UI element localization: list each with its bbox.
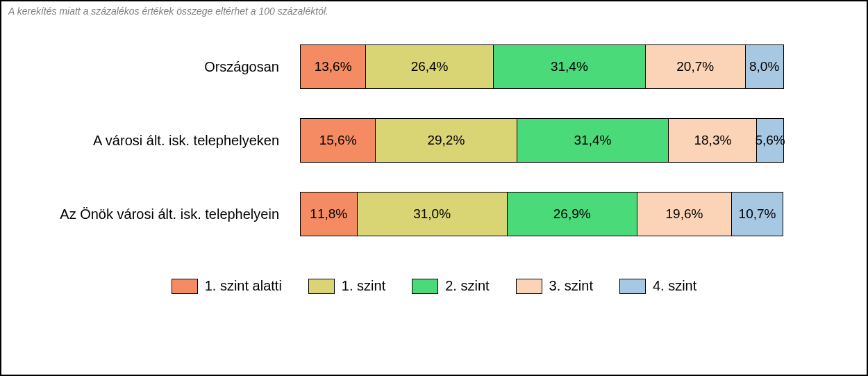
- legend-label: 3. szint: [549, 278, 593, 294]
- legend-item: 4. szint: [619, 278, 696, 294]
- bar-segment: 26,9%: [507, 192, 637, 236]
- bar-segment: 5,6%: [756, 118, 783, 163]
- bar-segment: 31,4%: [493, 44, 646, 89]
- legend-label: 1. szint: [342, 278, 385, 294]
- legend-swatch: [308, 279, 335, 294]
- bar-segment: 8,0%: [745, 44, 784, 89]
- bar-segment: 31,0%: [357, 192, 508, 236]
- bar-segment: 31,4%: [517, 118, 669, 163]
- bar-row: Országosan 13,6% 26,4% 31,4% 20,7% 8,0%: [8, 44, 860, 89]
- bar-row: Az Önök városi ált. isk. telephelyein 11…: [8, 192, 860, 236]
- legend-item: 3. szint: [516, 278, 593, 294]
- plot-area: Országosan 13,6% 26,4% 31,4% 20,7% 8,0% …: [8, 44, 860, 236]
- stacked-bar: 13,6% 26,4% 31,4% 20,7% 8,0%: [300, 44, 786, 89]
- legend-item: 1. szint: [308, 278, 385, 294]
- category-label: Az Önök városi ált. isk. telephelyein: [8, 206, 300, 222]
- legend-swatch: [516, 279, 542, 294]
- bar-row: A városi ált. isk. telephelyeken 15,6% 2…: [8, 118, 860, 163]
- bar-segment: 29,2%: [375, 118, 517, 163]
- stacked-bar: 15,6% 29,2% 31,4% 18,3% 5,6%: [300, 118, 786, 163]
- bar-segment: 18,3%: [668, 118, 757, 163]
- chart-frame: A kerekítés miatt a százalékos értékek ö…: [0, 0, 868, 376]
- category-label: Országosan: [8, 59, 300, 75]
- stacked-bar: 11,8% 31,0% 26,9% 19,6% 10,7%: [300, 192, 786, 236]
- legend: 1. szint alatti 1. szint 2. szint 3. szi…: [8, 278, 860, 294]
- bar-segment: 20,7%: [645, 44, 746, 89]
- bar-segment: 11,8%: [300, 192, 358, 236]
- legend-swatch: [172, 279, 198, 294]
- category-label: A városi ált. isk. telephelyeken: [8, 133, 300, 149]
- rounding-note: A kerekítés miatt a százalékos értékek ö…: [8, 6, 860, 17]
- legend-item: 1. szint alatti: [172, 278, 282, 294]
- legend-swatch: [412, 279, 438, 294]
- bar-segment: 19,6%: [637, 192, 732, 236]
- legend-label: 4. szint: [653, 278, 696, 294]
- legend-swatch: [619, 279, 646, 294]
- bar-segment: 26,4%: [365, 44, 494, 89]
- legend-label: 2. szint: [445, 278, 489, 294]
- legend-label: 1. szint alatti: [205, 278, 282, 294]
- legend-item: 2. szint: [412, 278, 489, 294]
- bar-segment: 10,7%: [731, 192, 783, 236]
- bar-segment: 15,6%: [300, 118, 376, 163]
- bar-segment: 13,6%: [300, 44, 366, 89]
